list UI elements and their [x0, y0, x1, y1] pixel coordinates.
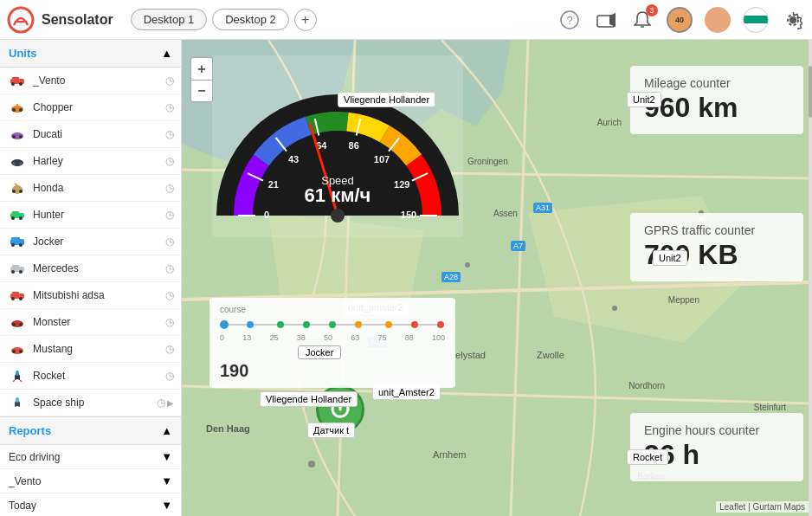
- report-item-today[interactable]: Today ▼: [0, 493, 181, 516]
- unit-signal-hunter: ◷: [165, 209, 174, 221]
- speed-badge[interactable]: 40: [667, 7, 693, 33]
- svg-point-61: [308, 461, 315, 468]
- unit-icon-mustang: [9, 340, 26, 358]
- svg-point-83: [329, 321, 336, 328]
- desktop-tabs: Desktop 1 Desktop 2 +: [131, 9, 317, 31]
- svg-point-82: [303, 321, 310, 328]
- unit-name-monster: Monster: [33, 316, 162, 328]
- reports-section-title: Reports: [9, 424, 51, 437]
- map-area[interactable]: + − Vliegende Hollander Unit2 Unit2 unit…: [182, 40, 812, 516]
- unit-item-jocker[interactable]: Jocker ◷: [0, 229, 181, 255]
- svg-rect-29: [12, 211, 19, 215]
- unit-signal-vento: ◷: [165, 74, 174, 87]
- svg-point-80: [247, 321, 254, 328]
- course-label: course: [220, 305, 445, 314]
- unit-icon-mercedes: [9, 260, 26, 277]
- unit-item-monster[interactable]: Monster ◷: [0, 309, 181, 336]
- unit-label-text-datchik: Датчик t: [307, 422, 355, 438]
- svg-point-23: [19, 162, 23, 165]
- unit-signal-harley: ◷: [165, 155, 174, 167]
- unit-label-vliegende-mid: Vliegende Hollander: [260, 393, 272, 405]
- unit-name-chopper: Chopper: [33, 101, 162, 113]
- unit-item-spaceship[interactable]: Space ship ◷ ▶: [0, 390, 181, 416]
- unit-name-honda: Honda: [33, 182, 162, 194]
- settings-button[interactable]: [781, 8, 805, 32]
- svg-point-49: [19, 350, 23, 353]
- speedometer-overlay: [212, 55, 463, 237]
- report-label-vento: _Vento: [9, 475, 41, 487]
- unit-item-honda[interactable]: Honda ◷: [0, 175, 181, 202]
- map-scrollbar[interactable]: [809, 40, 812, 516]
- svg-point-12: [11, 82, 15, 86]
- camera-button[interactable]: [594, 8, 618, 32]
- unit-item-mitsubishi[interactable]: Mitsubishi adsa ◷: [0, 282, 181, 309]
- mileage-label: Mileage counter: [644, 76, 789, 90]
- course-track-svg: [220, 318, 445, 332]
- highway-a31: A31: [533, 203, 552, 213]
- desktop1-tab[interactable]: Desktop 1: [131, 9, 208, 30]
- unit-signal-honda: ◷: [165, 182, 174, 194]
- unit-label-unit2-top: Unit2: [627, 94, 639, 106]
- unit-label-text-rocket: Rocket: [627, 449, 668, 465]
- unit-item-mustang[interactable]: Mustang ◷: [0, 336, 181, 363]
- unit-name-jocker: Jocker: [33, 235, 162, 248]
- unit-item-mercedes[interactable]: Mercedes ◷: [0, 255, 181, 282]
- svg-point-38: [11, 270, 15, 274]
- unit-signal-ducati: ◷: [165, 128, 174, 140]
- reports-section-header[interactable]: Reports ▲: [0, 417, 181, 445]
- city-label-lelystad: Lelystad: [450, 350, 486, 360]
- svg-point-42: [11, 297, 15, 300]
- unit-item-rocket[interactable]: Rocket ◷: [0, 363, 181, 390]
- svg-point-35: [19, 243, 23, 247]
- zoom-out-button[interactable]: −: [190, 80, 213, 102]
- svg-point-85: [385, 321, 392, 328]
- svg-point-31: [19, 216, 23, 220]
- svg-point-39: [19, 270, 23, 274]
- report-item-eco[interactable]: Eco driving ▼: [0, 445, 181, 469]
- help-button[interactable]: ?: [557, 8, 582, 32]
- topbar-right: ? 3 40: [557, 7, 805, 33]
- units-list: _Vento ◷ Chopper ◷ Ducati ◷: [0, 68, 181, 416]
- add-desktop-button[interactable]: +: [294, 9, 317, 31]
- city-label-aurich: Aurich: [597, 118, 622, 127]
- unit-name-hunter: Hunter: [33, 209, 162, 221]
- report-label-today: Today: [9, 500, 36, 512]
- units-collapse-icon: ▲: [161, 47, 172, 60]
- city-label-groningen: Groningen: [467, 157, 508, 166]
- unit-name-vento: _Vento: [33, 74, 162, 87]
- svg-point-79: [220, 320, 229, 329]
- unit-icon-hunter: [9, 206, 26, 223]
- unit-item-chopper[interactable]: Chopper ◷: [0, 94, 181, 121]
- unit-name-mustang: Mustang: [33, 343, 162, 355]
- svg-rect-33: [11, 237, 20, 241]
- unit-name-harley: Harley: [33, 155, 162, 167]
- course-mileage: 190: [220, 361, 445, 381]
- report-item-vento[interactable]: _Vento ▼: [0, 469, 181, 493]
- map-zoom-controls: + −: [190, 57, 213, 102]
- svg-point-34: [11, 243, 15, 247]
- unit-item-harley[interactable]: Harley ◷: [0, 148, 181, 175]
- unit-label-text-unit2-top: Unit2: [627, 92, 661, 107]
- svg-point-20: [19, 135, 23, 139]
- svg-point-84: [355, 321, 362, 328]
- map-credit: Leaflet | Gurtam Maps: [716, 501, 809, 513]
- unit-item-vento[interactable]: _Vento ◷: [0, 68, 181, 94]
- topbar: Sensolator Desktop 1 Desktop 2 + ? 3 40: [0, 0, 812, 40]
- svg-rect-41: [12, 292, 19, 295]
- notification-badge: 3: [646, 4, 658, 16]
- zoom-in-button[interactable]: +: [190, 57, 213, 80]
- unit-signal-rocket: ◷: [165, 370, 174, 382]
- notification-button[interactable]: 3: [630, 8, 654, 32]
- course-numbers: 013253850637588100: [220, 333, 445, 342]
- unit-item-hunter[interactable]: Hunter ◷: [0, 202, 181, 229]
- unit-icon-ducati: [9, 126, 26, 143]
- user-avatar[interactable]: [705, 7, 731, 33]
- language-selector[interactable]: [743, 7, 769, 33]
- units-section-header[interactable]: Units ▲: [0, 40, 181, 68]
- svg-point-59: [465, 262, 470, 268]
- desktop2-tab[interactable]: Desktop 2: [212, 9, 289, 30]
- unit-signal-monster: ◷: [165, 316, 174, 328]
- unit-label-vliegende-top: Vliegende Hollander: [338, 94, 350, 106]
- unit-item-ducati[interactable]: Ducati ◷: [0, 121, 181, 148]
- units-section-title: Units: [9, 47, 37, 60]
